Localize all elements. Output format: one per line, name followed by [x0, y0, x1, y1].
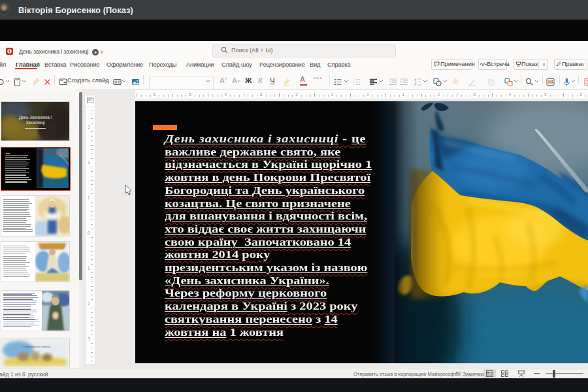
svg-text:3: 3	[353, 84, 354, 86]
